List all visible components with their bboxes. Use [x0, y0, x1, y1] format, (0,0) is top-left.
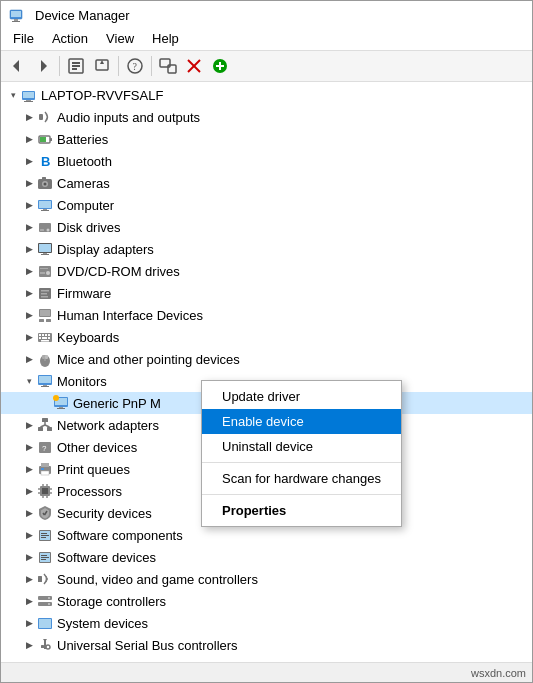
expander-keyboards[interactable]: ▶: [21, 329, 37, 345]
expander-storage[interactable]: ▶: [21, 593, 37, 609]
ctx-enable-device[interactable]: Enable device: [202, 409, 401, 434]
bluetooth-icon: B: [37, 153, 53, 169]
delete-button[interactable]: [182, 54, 206, 78]
network-label: Network adapters: [57, 418, 159, 433]
menu-bar: File Action View Help: [1, 27, 532, 51]
tree-item-firmware[interactable]: ▶ Firmware: [1, 282, 532, 304]
print-label: Print queues: [57, 462, 130, 477]
expander-system[interactable]: ▶: [21, 615, 37, 631]
expander-softcomp[interactable]: ▶: [21, 527, 37, 543]
tree-item-usb[interactable]: ▶ Universal Serial Bus controllers: [1, 634, 532, 656]
expander-display[interactable]: ▶: [21, 241, 37, 257]
svg-line-84: [45, 425, 50, 427]
tree-item-hid[interactable]: ▶ Human Interface Devices: [1, 304, 532, 326]
expander-computer[interactable]: ▶: [21, 197, 37, 213]
ctx-scan-changes[interactable]: Scan for hardware changes: [202, 466, 401, 491]
device-manager-window: Device Manager File Action View Help ?: [0, 0, 533, 683]
audio-label: Audio inputs and outputs: [57, 110, 200, 125]
tree-item-storage[interactable]: ▶ Storage controllers: [1, 590, 532, 612]
properties-button[interactable]: [64, 54, 88, 78]
tree-item-audio[interactable]: ▶ Audio inputs and outputs: [1, 106, 532, 128]
svg-marker-121: [43, 639, 47, 642]
ctx-properties[interactable]: Properties: [202, 498, 401, 523]
tree-item-softcomp[interactable]: ▶ Software components: [1, 524, 532, 546]
hid-label: Human Interface Devices: [57, 308, 203, 323]
expander-usb[interactable]: ▶: [21, 637, 37, 653]
expander-monitors[interactable]: ▾: [21, 373, 37, 389]
usb-icon: [37, 637, 53, 653]
tree-item-batteries[interactable]: ▶ Batteries: [1, 128, 532, 150]
update-button[interactable]: [90, 54, 114, 78]
expander-dvd[interactable]: ▶: [21, 263, 37, 279]
svg-rect-110: [41, 555, 47, 556]
expander-batteries[interactable]: ▶: [21, 131, 37, 147]
keyboards-label: Keyboards: [57, 330, 119, 345]
svg-rect-77: [57, 408, 65, 409]
svg-rect-113: [38, 576, 42, 582]
expander-softdev[interactable]: ▶: [21, 549, 37, 565]
expander-disk[interactable]: ▶: [21, 219, 37, 235]
mice-label: Mice and other pointing devices: [57, 352, 240, 367]
expander-firmware[interactable]: ▶: [21, 285, 37, 301]
mice-icon: [37, 351, 53, 367]
ctx-update-driver[interactable]: Update driver: [202, 384, 401, 409]
tree-item-cameras[interactable]: ▶ Cameras: [1, 172, 532, 194]
expander-other[interactable]: ▶: [21, 439, 37, 455]
forward-button[interactable]: [31, 54, 55, 78]
tree-item-root[interactable]: ▾ LAPTOP-RVVFSALF: [1, 84, 532, 106]
tree-area[interactable]: ▾ LAPTOP-RVVFSALF ▶ Audio: [1, 82, 532, 662]
expander-bluetooth[interactable]: ▶: [21, 153, 37, 169]
tree-item-system[interactable]: ▶ System devices: [1, 612, 532, 634]
camera-icon: [37, 175, 53, 191]
sound-label: Sound, video and game controllers: [57, 572, 258, 587]
tree-item-bluetooth[interactable]: ▶ B Bluetooth: [1, 150, 532, 172]
svg-rect-46: [40, 272, 45, 274]
expander-hid[interactable]: ▶: [21, 307, 37, 323]
tree-item-sound[interactable]: ▶ Sound, video and game controllers: [1, 568, 532, 590]
svg-rect-111: [41, 557, 49, 558]
expander-mice[interactable]: ▶: [21, 351, 37, 367]
svg-rect-60: [45, 334, 47, 336]
tree-item-mice[interactable]: ▶ Mice and other pointing devices: [1, 348, 532, 370]
softdev-icon: [37, 549, 53, 565]
svg-rect-112: [41, 559, 46, 560]
expander-security[interactable]: ▶: [21, 505, 37, 521]
tree-item-disk[interactable]: ▶ Disk drives: [1, 216, 532, 238]
tree-item-display[interactable]: ▶ Display adapters: [1, 238, 532, 260]
expander-root[interactable]: ▾: [5, 87, 21, 103]
expander-cameras[interactable]: ▶: [21, 175, 37, 191]
expander-print[interactable]: ▶: [21, 461, 37, 477]
ctx-uninstall-device[interactable]: Uninstall device: [202, 434, 401, 459]
ctx-sep-1: [202, 462, 401, 463]
tree-item-keyboards[interactable]: ▶ Keyboards: [1, 326, 532, 348]
svg-rect-59: [42, 334, 44, 336]
system-label: System devices: [57, 616, 148, 631]
menu-view[interactable]: View: [98, 29, 142, 48]
root-label: LAPTOP-RVVFSALF: [41, 88, 163, 103]
processors-label: Processors: [57, 484, 122, 499]
usb-label: Universal Serial Bus controllers: [57, 638, 238, 653]
svg-rect-50: [41, 290, 49, 292]
expander-audio[interactable]: ▶: [21, 109, 37, 125]
menu-help[interactable]: Help: [144, 29, 187, 48]
svg-rect-9: [72, 68, 77, 70]
tree-item-softdev[interactable]: ▶ Software devices: [1, 546, 532, 568]
tree-item-computer[interactable]: ▶ Computer: [1, 194, 532, 216]
svg-point-123: [46, 645, 50, 649]
menu-file[interactable]: File: [5, 29, 42, 48]
back-button[interactable]: [5, 54, 29, 78]
expander-processors[interactable]: ▶: [21, 483, 37, 499]
svg-rect-88: [41, 463, 49, 467]
help-button[interactable]: ?: [123, 54, 147, 78]
menu-action[interactable]: Action: [44, 29, 96, 48]
add-button[interactable]: [208, 54, 232, 78]
storage-icon: [37, 593, 53, 609]
print-icon: [37, 461, 53, 477]
svg-rect-37: [41, 210, 49, 211]
svg-rect-39: [40, 229, 44, 231]
expander-sound[interactable]: ▶: [21, 571, 37, 587]
scan-button[interactable]: [156, 54, 180, 78]
tree-item-dvd[interactable]: ▶ DVD/CD-ROM drives: [1, 260, 532, 282]
svg-text:?: ?: [42, 444, 47, 453]
expander-network[interactable]: ▶: [21, 417, 37, 433]
